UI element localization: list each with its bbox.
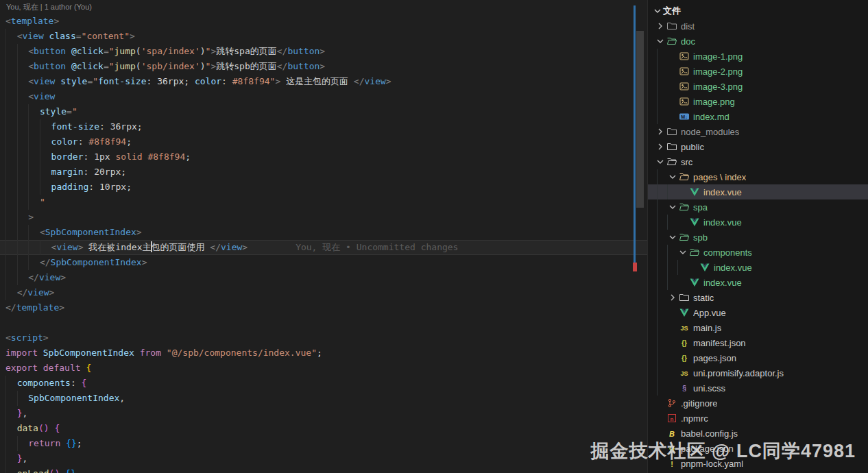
tree-item-src[interactable]: src xyxy=(648,154,868,169)
chevron-down-icon[interactable] xyxy=(667,171,678,182)
code-line[interactable]: return {}; xyxy=(0,436,647,451)
tree-item-components[interactable]: components xyxy=(648,245,868,260)
chevron-right-icon[interactable] xyxy=(667,292,678,303)
tree-item-.gitignore[interactable]: .gitignore xyxy=(648,396,868,411)
code-line[interactable]: export default { xyxy=(0,361,647,376)
tree-item-static[interactable]: static xyxy=(648,290,868,305)
code-line[interactable]: </SpbComponentIndex> xyxy=(0,255,647,270)
tree-item-index.vue[interactable]: index.vue xyxy=(648,260,868,275)
tree-item-image-2.png[interactable]: image-2.png xyxy=(648,64,868,79)
code-line[interactable] xyxy=(0,315,647,330)
tree-item-main.js[interactable]: JSmain.js xyxy=(648,320,868,335)
tree-item-spb[interactable]: spb xyxy=(648,230,868,245)
chevron-down-icon[interactable] xyxy=(677,247,688,258)
indent-guide xyxy=(28,149,40,165)
indent-guide xyxy=(28,180,40,195)
chevron-right-icon[interactable] xyxy=(655,21,666,32)
tree-item-public[interactable]: public xyxy=(648,139,868,154)
indent-guide xyxy=(40,134,51,149)
code-line[interactable]: margin: 20rpx; xyxy=(0,165,647,180)
code-line[interactable]: border: 1px solid #8f8f94; xyxy=(0,149,647,165)
code-editor[interactable]: You, 现在 | 1 author (You) <template><view… xyxy=(0,0,647,473)
code-line[interactable]: <view style="font-size: 36rpx; color: #8… xyxy=(0,74,647,89)
chevron-down-icon[interactable] xyxy=(667,202,678,213)
tree-item-label: manifest.json xyxy=(693,338,746,348)
folder-open-icon xyxy=(678,171,690,182)
tree-item-index.vue[interactable]: index.vue xyxy=(648,215,868,230)
editor-scrollbar[interactable] xyxy=(636,31,644,208)
code-token: { xyxy=(86,363,91,373)
tree-item-manifest.json[interactable]: {}manifest.json xyxy=(648,335,868,350)
chevron-right-icon[interactable] xyxy=(655,141,666,152)
code-line[interactable]: style=" xyxy=(0,104,647,119)
code-line[interactable]: <button @click="jump('spb/index')">跳转spb… xyxy=(0,59,647,74)
indent-guide xyxy=(5,195,17,210)
code-token: > xyxy=(49,287,55,298)
code-token: margin xyxy=(51,167,84,177)
indent-guide xyxy=(5,59,17,74)
code-token: border xyxy=(51,151,84,162)
tree-item-image-3.png[interactable]: image-3.png xyxy=(648,79,868,94)
code-line[interactable]: <script> xyxy=(0,330,647,345)
code-token: button xyxy=(287,46,320,56)
code-token: < xyxy=(28,91,34,101)
chevron-down-icon[interactable] xyxy=(655,156,666,167)
code-line[interactable]: </view> xyxy=(0,285,647,300)
tree-item-doc[interactable]: doc xyxy=(648,34,868,49)
code-token: view xyxy=(34,76,55,86)
code-line[interactable]: onLoad() {} xyxy=(0,466,647,473)
tree-item-uni.promisify.adaptor.js[interactable]: JSuni.promisify.adaptor.js xyxy=(648,365,868,380)
code-token: padding xyxy=(51,182,89,192)
code-line[interactable]: }, xyxy=(0,451,647,466)
tree-item-app.vue[interactable]: App.vue xyxy=(648,305,868,320)
tree-item-index.vue[interactable]: index.vue xyxy=(648,275,868,290)
chevron-down-icon[interactable] xyxy=(667,232,678,243)
code-line[interactable]: components: { xyxy=(0,376,647,391)
code-token: view xyxy=(56,242,77,252)
tree-item-index.vue[interactable]: index.vue xyxy=(648,184,868,199)
code-line[interactable]: <SpbComponentIndex> xyxy=(0,225,647,240)
code-line[interactable]: color: #8f8f94; xyxy=(0,134,647,149)
code-line[interactable]: <view class="content"> xyxy=(0,29,647,44)
code-token: ) xyxy=(200,61,206,71)
code-line[interactable]: </template> xyxy=(0,300,647,315)
code-line[interactable]: padding: 10rpx; xyxy=(0,180,647,195)
tree-item-spa[interactable]: spa xyxy=(648,199,868,215)
code-line[interactable]: data() { xyxy=(0,421,647,436)
codelens-authors[interactable]: You, 现在 | 1 author (You) xyxy=(0,0,647,14)
tree-item-pages-index[interactable]: pages \ index xyxy=(648,169,868,184)
code-line[interactable]: > xyxy=(0,210,647,225)
tree-item-image.png[interactable]: image.png xyxy=(648,94,868,109)
tree-item-dist[interactable]: dist xyxy=(648,19,868,34)
tree-item-label: index.vue xyxy=(703,217,742,228)
code-line[interactable]: </view> xyxy=(0,270,647,285)
tree-item-.npmrc[interactable]: n.npmrc xyxy=(648,411,868,426)
tree-item-node-modules[interactable]: node_modules xyxy=(648,124,868,139)
code-line[interactable]: font-size: 36rpx; xyxy=(0,119,647,134)
tree-item-pages.json[interactable]: {}pages.json xyxy=(648,350,868,365)
tree-item-image-1.png[interactable]: image-1.png xyxy=(648,49,868,64)
code-line[interactable]: }, xyxy=(0,406,647,421)
tree-item-index.md[interactable]: M↓index.md xyxy=(648,109,868,124)
chevron-right-icon[interactable] xyxy=(655,126,666,137)
code-line[interactable]: <template> xyxy=(0,14,647,29)
code-token: , xyxy=(22,453,27,463)
code-line-current[interactable]: <view> 我在被index主包的页面使用 </view>You, 现在 • … xyxy=(0,240,647,255)
code-line[interactable]: SpbComponentIndex, xyxy=(0,391,647,406)
folder-icon xyxy=(666,21,678,32)
code-line[interactable]: " xyxy=(0,195,647,210)
code-token: 这是主包的页面 xyxy=(280,76,354,86)
explorer-section-header[interactable]: 文件 xyxy=(648,3,868,19)
indent-guide xyxy=(5,210,17,225)
chevron-spacer xyxy=(677,277,688,288)
code-token: 'spa/index' xyxy=(141,46,200,56)
chevron-down-icon[interactable] xyxy=(655,36,666,47)
indent-guide xyxy=(17,270,29,285)
code-line[interactable]: <view xyxy=(0,89,647,104)
code-line[interactable]: <button @click="jump('spa/index')">跳转spa… xyxy=(0,44,647,59)
tree-item-uni.scss[interactable]: §uni.scss xyxy=(648,380,868,396)
tree-indent-guide xyxy=(657,275,667,290)
code-line[interactable]: import SpbComponentIndex from "@/spb/com… xyxy=(0,345,647,361)
code-token: : 36rpx; xyxy=(99,121,143,132)
code-token: color xyxy=(51,136,78,147)
